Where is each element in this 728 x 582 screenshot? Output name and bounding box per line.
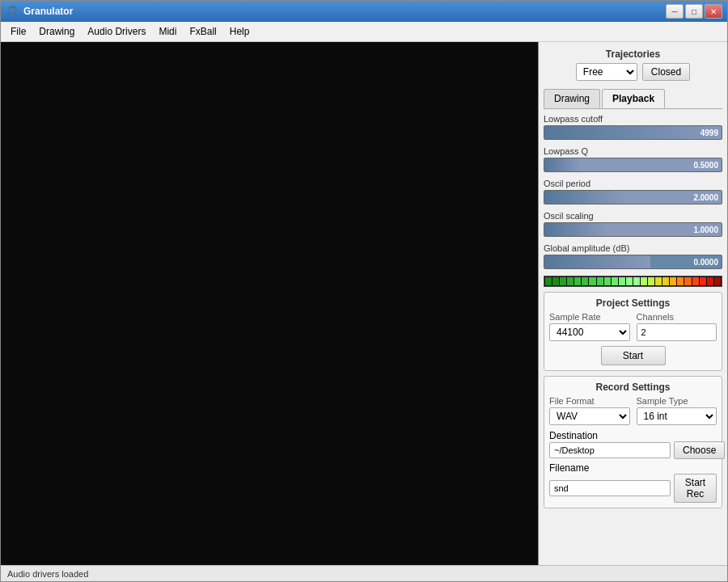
vu-bar-24 (714, 277, 721, 285)
start-btn-container: Start (549, 346, 717, 365)
vu-bar-5 (574, 277, 581, 285)
destination-input[interactable] (549, 442, 671, 458)
vu-bar-13 (633, 277, 640, 285)
lowpass-q-slider[interactable]: 0.5000 (544, 158, 722, 172)
filename-row: Start Rec (549, 474, 717, 503)
menu-drawing[interactable]: Drawing (32, 23, 81, 40)
global-amplitude-row: Global amplitude (dB) 0.0000 (544, 243, 722, 269)
status-bar: Audio drivers loaded (1, 565, 727, 581)
menu-fxball[interactable]: FxBall (183, 23, 222, 40)
destination-row: Choose (549, 441, 717, 459)
sample-rate-label: Sample Rate (549, 312, 630, 322)
destination-label: Destination (549, 430, 598, 441)
start-rec-button[interactable]: Start Rec (674, 474, 717, 503)
vu-bar-6 (582, 277, 588, 285)
filename-label: Filename (549, 462, 589, 474)
vu-bar-3 (560, 277, 566, 285)
vu-bar-22 (700, 277, 706, 285)
sample-type-label: Sample Type (637, 396, 717, 406)
oscil-scaling-value: 1.0000 (693, 226, 718, 234)
vu-bar-2 (552, 277, 559, 285)
record-settings: Record Settings File Format WAV AIFF FLA… (544, 376, 722, 508)
tab-playback[interactable]: Playback (602, 89, 665, 108)
vu-bar-21 (692, 277, 699, 285)
tabs-container: Drawing Playback Lowpass cutoff 4999 (544, 89, 722, 287)
menu-help[interactable]: Help (223, 23, 256, 40)
menu-bar: File Drawing Audio Drivers Midi FxBall H… (1, 22, 727, 42)
sample-type-dropdown[interactable]: 16 int 24 int 32 float (637, 407, 717, 425)
channels-col: Channels (637, 312, 717, 341)
oscil-period-fill (544, 191, 624, 204)
trajectories-section: Trajectories Free Circle Line Random Clo… (544, 48, 722, 84)
playback-content: Lowpass cutoff 4999 Lowpass Q 0.5000 (544, 114, 722, 287)
filename-input[interactable] (549, 480, 671, 496)
main-content: Trajectories Free Circle Line Random Clo… (1, 42, 727, 565)
minimize-button[interactable]: ─ (666, 4, 684, 19)
status-text: Audio drivers loaded (7, 569, 88, 579)
channels-input[interactable] (637, 323, 717, 341)
start-button[interactable]: Start (601, 346, 666, 365)
global-amplitude-value: 0.0000 (693, 258, 718, 267)
right-panel: Trajectories Free Circle Line Random Clo… (539, 42, 727, 565)
trajectories-title: Trajectories (544, 48, 722, 60)
tabs: Drawing Playback (544, 89, 722, 109)
oscil-scaling-label: Oscil scaling (544, 211, 722, 221)
maximize-button[interactable]: □ (685, 4, 703, 19)
tab-drawing[interactable]: Drawing (544, 89, 600, 108)
oscil-period-value: 2.0000 (693, 193, 718, 202)
lowpass-q-fill (544, 158, 580, 171)
file-format-label: File Format (549, 396, 630, 406)
vu-bar-18 (670, 277, 676, 285)
vu-bar-15 (648, 277, 654, 285)
title-bar-text: Granulator (23, 6, 73, 17)
title-bar-buttons: ─ □ ✕ (666, 4, 722, 19)
menu-audio-drivers[interactable]: Audio Drivers (81, 23, 152, 40)
lowpass-cutoff-row: Lowpass cutoff 4999 (544, 114, 722, 140)
vu-bar-16 (655, 277, 662, 285)
trajectories-dropdown[interactable]: Free Circle Line Random (576, 63, 637, 81)
global-amplitude-slider[interactable]: 0.0000 (544, 255, 722, 269)
closed-button[interactable]: Closed (642, 63, 690, 81)
vu-bar-4 (567, 277, 574, 285)
menu-file[interactable]: File (4, 23, 32, 40)
lowpass-cutoff-label: Lowpass cutoff (544, 114, 722, 124)
record-settings-title: Record Settings (549, 382, 717, 393)
lowpass-q-label: Lowpass Q (544, 146, 722, 156)
vu-bar-7 (589, 277, 595, 285)
canvas-area[interactable] (1, 42, 539, 565)
oscil-period-slider[interactable]: 2.0000 (544, 190, 722, 205)
vu-bar-1 (545, 277, 552, 285)
menu-midi[interactable]: Midi (152, 23, 183, 40)
vu-bar-19 (677, 277, 684, 285)
lowpass-cutoff-value: 4999 (700, 129, 718, 137)
main-window: 🎵 Granulator ─ □ ✕ File Drawing Audio Dr… (0, 0, 728, 582)
choose-button[interactable]: Choose (674, 441, 725, 459)
lowpass-q-value: 0.5000 (693, 161, 718, 170)
oscil-scaling-fill (544, 223, 607, 236)
title-bar: 🎵 Granulator ─ □ ✕ (1, 1, 727, 22)
vu-bar-8 (597, 277, 603, 285)
lowpass-q-row: Lowpass Q 0.5000 (544, 146, 722, 172)
lowpass-cutoff-slider[interactable]: 4999 (544, 125, 722, 140)
project-settings: Project Settings Sample Rate 44100 48000… (544, 292, 722, 371)
trajectories-row: Free Circle Line Random Closed (544, 63, 722, 81)
sample-rate-dropdown[interactable]: 44100 48000 96000 (549, 323, 630, 341)
vu-bar-20 (684, 277, 691, 285)
destination-container: Destination Choose (549, 430, 717, 459)
oscil-period-label: Oscil period (544, 179, 722, 188)
vu-bar-10 (612, 277, 618, 285)
oscil-scaling-slider[interactable]: 1.0000 (544, 222, 722, 237)
sample-rate-col: Sample Rate 44100 48000 96000 (549, 312, 630, 341)
vu-bar-9 (604, 277, 611, 285)
oscil-scaling-row: Oscil scaling 1.0000 (544, 211, 722, 237)
filename-container: Filename Start Rec (549, 462, 717, 503)
close-button[interactable]: ✕ (705, 4, 722, 19)
app-icon: 🎵 (6, 5, 19, 18)
global-amplitude-label: Global amplitude (dB) (544, 243, 722, 253)
vu-bar-14 (641, 277, 647, 285)
file-format-col: File Format WAV AIFF FLAC (549, 396, 630, 425)
project-settings-title: Project Settings (549, 297, 717, 309)
file-format-dropdown[interactable]: WAV AIFF FLAC (549, 407, 630, 425)
vu-meter (544, 276, 722, 287)
vu-bar-17 (662, 277, 669, 285)
